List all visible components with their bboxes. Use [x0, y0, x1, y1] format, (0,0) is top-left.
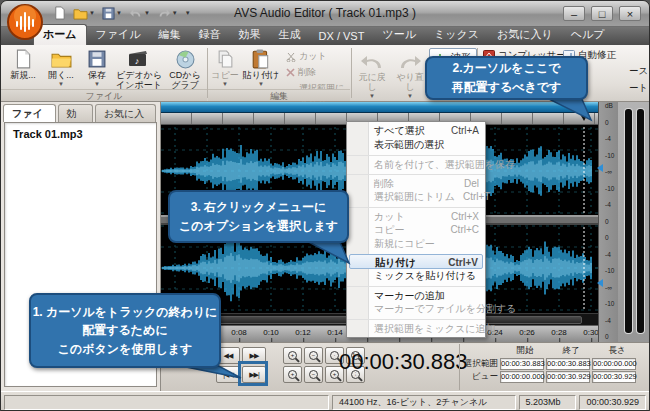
callout-line: このオプションを選択します [170, 217, 347, 236]
zoom-button[interactable]: − [304, 347, 323, 364]
time-field[interactable]: 00:00:00.000 [592, 358, 636, 370]
clipboard-paste-icon [252, 47, 270, 71]
left-panel-tab[interactable]: お気に入り [95, 104, 156, 122]
redo-button[interactable]: やり直し ▼ [393, 49, 427, 99]
open-button[interactable]: 開く... ▼ [43, 47, 79, 87]
left-panel-tab[interactable]: ファイル [3, 104, 56, 122]
menu-bar: ホームファイル編集録音効果生成DX / VSTツールミックスお気に入りヘルプ [1, 27, 649, 45]
time-ruler-label: 0:28 [551, 328, 567, 337]
svg-text:♪: ♪ [135, 56, 140, 66]
chevron-down-icon: ▼ [407, 93, 413, 100]
level-meters [618, 102, 650, 342]
magnifier-icon: + [288, 370, 297, 379]
time-ruler-label: 0:10 [263, 328, 279, 337]
cut-button[interactable]: カット [286, 50, 327, 63]
ribbon-group-file: 新規... 開く... ▼ 保存 ▼ ♪ ビデオからインポート CDからグラブ … [1, 45, 207, 102]
db-scale-label: -4 [605, 136, 618, 143]
menu-item-label: マーカーの追加 [374, 289, 445, 302]
delete-button[interactable]: 削除 [286, 66, 316, 79]
channel-fader-icon[interactable] [597, 164, 603, 172]
context-menu-item[interactable]: 表示範囲の選択 [347, 138, 485, 152]
close-button[interactable]: × [619, 6, 641, 21]
menu-tab[interactable]: 編集 [150, 25, 190, 45]
context-menu-item[interactable]: すべて選択 Ctrl+A [347, 124, 485, 138]
menu-item-shortcut: Ctrl+V [448, 256, 478, 268]
menu-tab[interactable]: 生成 [270, 25, 310, 45]
callout-line: 3. 右クリックメニューに [170, 198, 347, 217]
level-meter-left [625, 109, 632, 333]
overview-seek-bar[interactable] [161, 102, 598, 113]
left-panel-tab[interactable]: 効果 [58, 104, 93, 122]
menu-tab[interactable]: ヘルプ [562, 25, 614, 45]
left-panel-tabs: ファイル効果お気に入り [1, 102, 160, 122]
db-scale-label: -10 [605, 153, 618, 160]
paste-button[interactable]: 貼り付け ▼ [242, 47, 280, 87]
file-list-item[interactable]: Track 01.mp3 [5, 123, 156, 140]
magnifier-icon: − [309, 351, 318, 360]
maximize-button[interactable]: □ [591, 6, 613, 21]
db-scale-label: -4 [605, 318, 618, 325]
menu-tab[interactable]: ファイル [87, 25, 150, 45]
undo-button[interactable]: 元に戻し ▼ [355, 49, 389, 99]
menu-tab[interactable]: DX / VST [310, 28, 374, 45]
ribbon-separator [351, 48, 352, 98]
db-scale-label: 0 [605, 120, 618, 127]
db-scale-label: -4 [605, 202, 618, 209]
magnifier-icon: + [288, 351, 297, 360]
context-menu-item[interactable]: 貼り付け Ctrl+V [349, 254, 483, 269]
selection-header: 長さ [594, 345, 640, 357]
callout-2: 2.カーソルをここで再配置するべきです [425, 56, 588, 100]
new-button[interactable]: 新規... [5, 47, 41, 81]
context-menu-item[interactable]: ミックスを貼り付ける [347, 269, 485, 283]
effect-button-partial-reverse[interactable]: ース [629, 65, 648, 78]
time-field[interactable]: 00:00:30.883 [546, 358, 590, 370]
menu-tab[interactable]: ミックス [425, 25, 488, 45]
menu-item-label: 削除 [374, 177, 394, 190]
menu-tab[interactable]: 効果 [230, 25, 270, 45]
time-field[interactable]: 00:00:30.929 [592, 371, 636, 383]
callout-line: このボタンを使用します [31, 340, 219, 359]
time-ruler-label: 0:26 [519, 328, 535, 337]
context-menu-item[interactable]: 選択範囲にトリム Ctrl+T [347, 190, 485, 204]
context-menu-item[interactable]: マーカーの追加 [347, 286, 485, 302]
import-from-video-button[interactable]: ♪ ビデオからインポート [113, 47, 165, 91]
channel-fader-icon[interactable] [597, 279, 603, 287]
selection-rows: 選択範囲 00:00:30.883 00:00:30.883 00:00:00.… [462, 358, 649, 383]
context-menu-item[interactable]: 選択範囲をミックスに追加 [347, 319, 485, 335]
status-file-size: 5.203Mb [519, 395, 577, 410]
menu-tab[interactable]: 録音 [190, 25, 230, 45]
callout-line: 配置するために [31, 321, 219, 340]
menu-item-label: 選択範囲をミックスに追加 [374, 322, 495, 335]
save-button[interactable]: 保存 ▼ [81, 47, 113, 87]
menu-item-label: 選択範囲にトリム [374, 190, 455, 204]
context-menu-item[interactable]: カット Ctrl+X [347, 207, 485, 223]
menu-tab[interactable]: ツール [373, 25, 425, 45]
zoom-button[interactable]: + [283, 366, 302, 383]
context-menu-item[interactable]: 新規にコピー [347, 237, 485, 251]
time-field[interactable]: 00:00:30.929 [546, 371, 590, 383]
db-scale-label: -10 [605, 301, 618, 308]
zoom-button[interactable]: − [304, 366, 323, 383]
context-menu-item[interactable]: マーカーでファイルを分割する [347, 302, 485, 316]
copy-button[interactable]: コピー ▼ [210, 47, 240, 87]
time-field[interactable]: 00:00:00.000 [500, 371, 544, 383]
db-scale: dB0-4-10-∞-10-400-4-10-∞-10-40 [598, 102, 618, 342]
db-scale-label: -∞ [605, 169, 618, 176]
time-ruler-label: 0:14 [327, 328, 343, 337]
callout-line: 再配置するべきです [427, 78, 586, 97]
context-menu-item[interactable]: 名前を付けて、選択範囲を保存 [347, 155, 485, 171]
context-menu-item[interactable]: コピー Ctrl+C [347, 223, 485, 237]
avs-logo-icon [6, 3, 44, 41]
callout-3-tail [297, 240, 351, 265]
zoom-button[interactable]: + [283, 347, 302, 364]
minimize-button[interactable]: – [563, 6, 585, 21]
time-field[interactable]: 00:00:30.883 [500, 358, 544, 370]
effect-button-partial-repeat[interactable]: ート [629, 82, 648, 95]
grab-from-cd-button[interactable]: CDからグラブ [165, 47, 205, 91]
menu-tab[interactable]: お気に入り [488, 25, 562, 45]
context-menu-item[interactable]: 削除 Del [347, 174, 485, 190]
magnifier-icon: · [330, 351, 339, 360]
menu-item-shortcut: Ctrl+T [463, 190, 491, 204]
chevron-down-icon: ▼ [222, 81, 228, 88]
selection-row: 選択範囲 00:00:30.883 00:00:30.883 00:00:00.… [462, 358, 649, 370]
